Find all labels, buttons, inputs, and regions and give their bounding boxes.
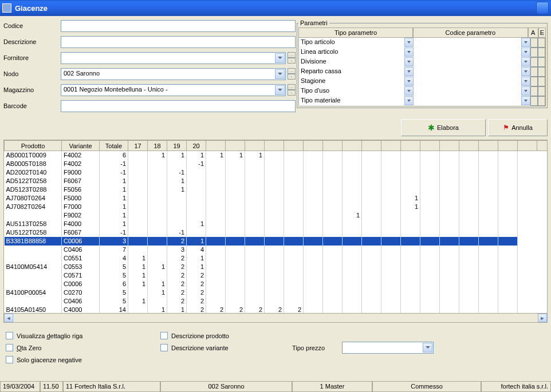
param-e-button[interactable] — [538, 47, 545, 57]
param-a-button[interactable] — [530, 86, 538, 96]
param-codice-cell[interactable] — [414, 77, 530, 86]
solo-negative-checkbox[interactable]: Solo giacenze negative — [6, 356, 160, 363]
grid-header-empty[interactable] — [304, 141, 323, 151]
visualizza-dettaglio-checkbox[interactable]: Visualizza dettaglio riga — [6, 332, 160, 339]
grid-header-empty[interactable] — [537, 141, 548, 151]
chevron-down-icon[interactable] — [521, 47, 530, 57]
fornitore-clear-button[interactable]: - — [288, 58, 296, 64]
param-a-button[interactable] — [530, 67, 538, 77]
param-e-button[interactable] — [538, 38, 545, 47]
chevron-down-icon[interactable] — [275, 69, 285, 79]
grid-header-empty[interactable] — [401, 141, 420, 151]
param-e-button[interactable] — [538, 57, 545, 67]
grid-header-empty[interactable] — [284, 141, 304, 151]
codice-input[interactable] — [61, 20, 296, 32]
grid-header-empty[interactable] — [381, 141, 401, 151]
chevron-down-icon[interactable] — [275, 85, 285, 95]
chevron-down-icon[interactable] — [404, 96, 414, 105]
fornitore-select[interactable] — [61, 52, 286, 64]
param-e-button[interactable] — [538, 67, 545, 77]
descrizione-variante-checkbox[interactable]: Descrizione variante — [160, 344, 292, 351]
table-row[interactable]: F900211 — [5, 211, 548, 220]
table-row[interactable]: C000661122 — [5, 280, 548, 288]
param-e-button[interactable] — [538, 86, 545, 96]
chevron-down-icon[interactable] — [521, 57, 530, 66]
chevron-down-icon[interactable] — [404, 77, 414, 86]
scroll-left-button[interactable]: ◄ — [4, 314, 13, 322]
table-row[interactable]: AJ7082T0264F700011 — [5, 203, 548, 211]
chevron-down-icon[interactable] — [521, 67, 530, 76]
grid-header[interactable]: 20 — [187, 141, 206, 151]
grid-header-empty[interactable] — [479, 141, 498, 151]
table-row[interactable]: B4100M05414C055351121 — [5, 263, 548, 271]
param-codice-cell[interactable] — [414, 96, 530, 106]
chevron-down-icon[interactable] — [404, 67, 414, 76]
elabora-button[interactable]: ✱ Elabora — [401, 119, 486, 136]
grid-header[interactable]: Variante — [62, 141, 100, 151]
param-tipo-cell[interactable]: Tipo d'uso — [299, 86, 414, 96]
grid-header-empty[interactable] — [343, 141, 362, 151]
table-row[interactable]: C0406734 — [5, 246, 548, 254]
table-row[interactable]: AD5122T0258F606711 — [5, 177, 548, 185]
table-row[interactable]: AB0005T0188F4002-1-1 — [5, 160, 548, 168]
param-tipo-cell[interactable]: Tipo materiale — [299, 96, 414, 106]
table-row[interactable]: C04065122 — [5, 297, 548, 306]
grid-header-empty[interactable] — [245, 141, 265, 151]
grid-header-empty[interactable] — [265, 141, 284, 151]
nodo-clear-button[interactable]: - — [288, 74, 296, 80]
magazzino-clear-button[interactable]: - — [288, 90, 296, 96]
annulla-button[interactable]: ⚑ Annulla — [488, 119, 548, 136]
barcode-input[interactable] — [61, 100, 296, 112]
grid-header[interactable]: Prodotto — [5, 141, 62, 151]
param-codice-cell[interactable] — [414, 67, 530, 77]
grid-header-empty[interactable] — [420, 141, 440, 151]
table-row[interactable]: B3381B88858C0006321 — [5, 237, 548, 246]
magazzino-select[interactable]: 0001 Negozio Montebelluna - Unico - — [61, 84, 286, 96]
param-tipo-cell[interactable]: Linea articolo — [299, 47, 414, 57]
param-a-button[interactable] — [530, 77, 538, 86]
param-a-button[interactable] — [530, 57, 538, 67]
grid-header-empty[interactable] — [518, 141, 537, 151]
grid-header-empty[interactable] — [323, 141, 343, 151]
chevron-down-icon[interactable] — [404, 57, 414, 66]
chevron-down-icon[interactable] — [521, 96, 530, 105]
grid-header-empty[interactable] — [362, 141, 381, 151]
table-row[interactable]: AD2002T0140F9000-1-1 — [5, 168, 548, 177]
param-a-button[interactable] — [530, 96, 538, 106]
param-codice-cell[interactable] — [414, 86, 530, 96]
param-codice-cell[interactable] — [414, 47, 530, 57]
param-tipo-cell[interactable]: Tipo articolo — [299, 38, 414, 47]
grid-header[interactable]: 19 — [167, 141, 187, 151]
table-row[interactable]: AU5122T0258F6067-1-1 — [5, 228, 548, 237]
chevron-down-icon[interactable] — [404, 86, 414, 96]
descrizione-prodotto-checkbox[interactable]: Descrizione prodotto — [160, 332, 292, 339]
table-row[interactable]: C05715122 — [5, 271, 548, 280]
magazzino-more-button[interactable]: … — [288, 84, 296, 90]
param-a-button[interactable] — [530, 47, 538, 57]
table-row[interactable]: AB0001T0009F40026111111 — [5, 151, 548, 160]
nodo-more-button[interactable]: … — [288, 68, 296, 74]
grid-header-empty[interactable] — [206, 141, 226, 151]
chevron-down-icon[interactable] — [521, 38, 530, 47]
param-a-button[interactable] — [530, 38, 538, 47]
horizontal-scrollbar[interactable]: ◄ ► — [4, 313, 547, 322]
param-codice-cell[interactable] — [414, 38, 530, 47]
grid-header[interactable]: 17 — [128, 141, 148, 151]
descrizione-input[interactable] — [61, 36, 296, 48]
scroll-right-button[interactable]: ► — [538, 314, 547, 322]
table-row[interactable]: B4100P00054C02705122 — [5, 288, 548, 297]
param-e-button[interactable] — [538, 77, 545, 86]
grid-header[interactable]: 18 — [148, 141, 167, 151]
param-tipo-cell[interactable]: Stagione — [299, 77, 414, 86]
chevron-down-icon[interactable] — [404, 47, 414, 57]
table-row[interactable]: AD5123T0288F505611 — [5, 185, 548, 194]
table-row[interactable]: AJ7080T0264F500011 — [5, 194, 548, 203]
table-row[interactable]: AU5113T0258F400011 — [5, 220, 548, 228]
grid-header-empty[interactable] — [459, 141, 479, 151]
chevron-down-icon[interactable] — [521, 77, 530, 86]
chevron-down-icon[interactable] — [521, 86, 530, 96]
param-e-button[interactable] — [538, 96, 545, 106]
grid-header-empty[interactable] — [440, 141, 459, 151]
data-grid[interactable]: ProdottoVarianteTotale17181920AB0001T000… — [3, 140, 548, 323]
qta-zero-checkbox[interactable]: Qta Zero — [6, 344, 160, 351]
